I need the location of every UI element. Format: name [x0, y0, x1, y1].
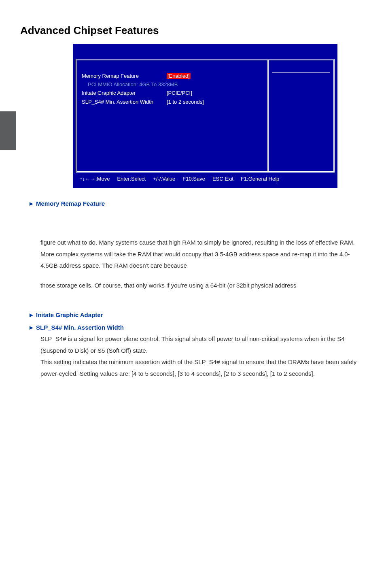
bios-body: Memory Remap Feature [Enabled] PCI MMIO …	[76, 59, 335, 173]
bios-right-panel	[269, 60, 333, 171]
bios-screenshot-container: Memory Remap Feature [Enabled] PCI MMIO …	[73, 44, 337, 188]
section-heading-memory-remap: ► Memory Remap Feature	[28, 200, 366, 207]
bios-footer-help: F1:General Help	[241, 176, 279, 182]
bios-row-pci-mmio: PCI MMIO Allocation: 4GB To 3328MB	[82, 81, 263, 88]
bios-footer-value: +/-/:Value	[153, 176, 175, 182]
bios-row-memory-remap[interactable]: Memory Remap Feature [Enabled]	[82, 72, 263, 80]
bios-screen: Memory Remap Feature [Enabled] PCI MMIO …	[73, 44, 337, 188]
memory-remap-para2: those storage cells. Of course, that onl…	[40, 280, 362, 292]
slp-s4-para: SLP_S4# is a signal for power plane cont…	[40, 333, 362, 379]
bios-footer-move: ↑↓←→:Move	[80, 176, 110, 182]
side-tab-decoration	[0, 111, 16, 150]
bios-right-divider	[272, 72, 330, 77]
bios-label-slp-s4: SLP_S4# Min. Assertion Width	[82, 98, 167, 106]
bios-left-panel: Memory Remap Feature [Enabled] PCI MMIO …	[77, 60, 269, 171]
bios-label-initate-graphic: Initate Graphic Adapter	[82, 89, 167, 97]
bios-row-initate-graphic[interactable]: Initate Graphic Adapter [PCIE/PCI]	[82, 89, 263, 97]
bios-row-slp-s4[interactable]: SLP_S4# Min. Assertion Width [1 to 2 sec…	[82, 98, 263, 106]
bios-value-slp-s4: [1 to 2 seconds]	[167, 98, 263, 106]
bios-label-memory-remap: Memory Remap Feature	[82, 72, 167, 80]
bios-value-memory-remap: [Enabled]	[167, 72, 263, 80]
page-title: Advanced Chipset Features	[20, 24, 366, 37]
bios-value-memory-remap-highlight: [Enabled]	[167, 73, 191, 79]
section-heading-slp-s4: ► SLP_S4# Min. Assertion Width	[28, 324, 366, 331]
bios-footer-exit: ESC:Exit	[212, 176, 233, 182]
section-heading-initate-graphic: ► Initate Graphic Adapter	[28, 311, 366, 318]
bios-footer-save: F10:Save	[182, 176, 205, 182]
memory-remap-para1: figure out what to do. Many systems caus…	[40, 237, 362, 272]
bios-label-pci-mmio: PCI MMIO Allocation: 4GB To 3328MB	[82, 81, 178, 88]
bios-footer-select: Enter:Select	[117, 176, 146, 182]
bios-footer: ↑↓←→:Move Enter:Select +/-/:Value F10:Sa…	[76, 173, 335, 185]
bios-header-space	[76, 47, 335, 59]
bios-value-initate-graphic: [PCIE/PCI]	[167, 89, 263, 97]
